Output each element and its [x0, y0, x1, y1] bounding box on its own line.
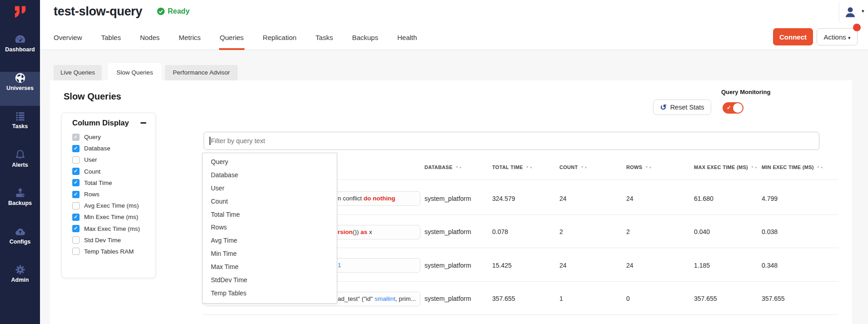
column-option-user[interactable]: User [72, 154, 140, 165]
dropdown-item-user[interactable]: User [203, 182, 337, 195]
sidebar-item-universes[interactable]: Universes [0, 72, 40, 106]
column-header-database[interactable]: DATABASE▼▲ [424, 164, 463, 170]
cell-rows: 2 [626, 228, 630, 235]
subtab-slow-queries[interactable]: Slow Queries [108, 63, 161, 81]
sidebar: DashboardUniversesTasksAlertsBackupsConf… [0, 0, 40, 324]
reset-stats-button[interactable]: ↺ Reset Stats [653, 100, 711, 115]
sidebar-item-admin[interactable]: Admin [0, 264, 40, 298]
cell-database: system_platform [424, 295, 471, 302]
query-snippet-text: rsion()) as x [338, 229, 372, 235]
query-segment: , prim... [395, 295, 416, 302]
sort-icon[interactable]: ▼▲ [645, 165, 652, 169]
query-monitoring-label: Query Monitoring [721, 89, 770, 95]
column-header-label: TOTAL TIME [492, 164, 523, 170]
dropdown-item-temp-tables[interactable]: Temp Tables [203, 287, 337, 300]
column-header-total-time[interactable]: TOTAL TIME▼▲ [492, 164, 533, 170]
nav-tab-health[interactable]: Health [397, 26, 417, 50]
sort-icon[interactable]: ▼▲ [526, 165, 533, 169]
dropdown-item-database[interactable]: Database [203, 169, 337, 182]
reset-icon: ↺ [660, 104, 666, 111]
table-row[interactable]: rsion()) as xsystem_platform0.078220.040… [50, 215, 852, 249]
cell-max_exec_time: 357.655 [694, 295, 717, 302]
column-header-label: MIN EXEC TIME (MS) [762, 164, 814, 170]
nav-tab-backups[interactable]: Backups [352, 26, 379, 50]
nav-tabs: OverviewTablesNodesMetricsQueriesReplica… [54, 26, 417, 50]
checkbox-database[interactable] [72, 145, 80, 152]
cell-min_exec_time: 357.655 [762, 295, 785, 302]
nav-tab-overview[interactable]: Overview [54, 26, 82, 50]
dropdown-item-avg-time[interactable]: Avg Time [203, 234, 337, 247]
cell-total_time: 0.078 [492, 228, 508, 235]
cell-database: system_platform [424, 195, 471, 202]
sort-icon[interactable]: ▼▲ [751, 165, 758, 169]
filter-field-dropdown: QueryDatabaseUserCountTotal TimeRowsAvg … [202, 153, 337, 304]
sidebar-item-label: Alerts [0, 162, 40, 168]
sidebar-item-label: Tasks [0, 123, 40, 130]
user-profile-icon[interactable] [843, 5, 857, 19]
page-title: Slow Queries [64, 91, 121, 102]
sidebar-item-configs[interactable]: Configs [0, 225, 40, 260]
column-option-database[interactable]: Database [72, 143, 140, 154]
table-row[interactable]: 1system_platform15.42524241.1850.348 [50, 249, 852, 283]
app-screen: DashboardUniversesTasksAlertsBackupsConf… [0, 0, 868, 324]
sidebar-item-tasks[interactable]: Tasks [0, 110, 40, 145]
dropdown-item-rows[interactable]: Rows [203, 221, 337, 234]
nav-tab-metrics[interactable]: Metrics [179, 26, 200, 50]
column-option-label: User [84, 156, 97, 163]
cell-rows: 24 [626, 195, 634, 202]
cell-max_exec_time: 1.185 [694, 262, 710, 269]
actions-button[interactable]: Actions ▾ [817, 28, 858, 45]
top-header: test-slow-query Ready ▾ [40, 0, 868, 26]
cell-count: 24 [559, 195, 567, 202]
dropdown-item-min-time[interactable]: Min Time [203, 247, 337, 260]
sidebar-item-backups[interactable]: Backups [0, 187, 40, 221]
connect-button[interactable]: Connect [773, 28, 813, 45]
nav-tab-queries[interactable]: Queries [220, 26, 244, 50]
column-header-min-exec-time-ms[interactable]: MIN EXEC TIME (MS)▼▲ [762, 164, 824, 170]
sidebar-item-dashboard[interactable]: Dashboard [0, 33, 40, 68]
sort-icon[interactable]: ▼▲ [455, 165, 463, 169]
column-option-label: Query [84, 134, 101, 140]
check-circle-icon [157, 7, 165, 15]
universes-icon [14, 72, 26, 84]
query-monitoring-toggle[interactable]: ✓ [723, 102, 743, 114]
status-badge: Ready [157, 7, 190, 15]
sidebar-item-alerts[interactable]: Alerts [0, 149, 40, 183]
dropdown-item-count[interactable]: Count [203, 195, 337, 208]
nav-tab-replication[interactable]: Replication [263, 26, 296, 50]
column-header-count[interactable]: COUNT▼▲ [559, 164, 588, 170]
sidebar-item-label: Configs [0, 239, 40, 245]
sort-icon[interactable]: ▼▲ [817, 165, 824, 169]
dropdown-item-stddev-time[interactable]: StdDev Time [203, 274, 337, 287]
cell-total_time: 324.579 [492, 195, 515, 202]
table-row[interactable]: ad_test" ("id" smallint, prim...system_p… [50, 282, 852, 316]
collapse-minus-icon[interactable] [140, 122, 146, 124]
yugabyte-logo-icon[interactable] [11, 4, 29, 22]
nav-tab-tables[interactable]: Tables [101, 26, 121, 50]
query-segment: ad_test" ("id" [338, 295, 374, 302]
user-menu-caret-icon[interactable]: ▾ [862, 8, 864, 14]
nav-tab-nodes[interactable]: Nodes [140, 26, 160, 50]
query-filter-input[interactable] [204, 132, 819, 150]
query-segment: n conflict [338, 195, 364, 202]
cell-min_exec_time: 0.348 [762, 262, 778, 269]
column-header-max-exec-time-ms[interactable]: MAX EXEC TIME (MS)▼▲ [694, 164, 758, 170]
backups-icon [14, 187, 26, 199]
cell-rows: 24 [626, 262, 634, 269]
toggle-check-icon: ✓ [727, 105, 731, 111]
column-option-query[interactable]: Query [72, 131, 140, 143]
toggle-knob [733, 103, 743, 113]
dropdown-item-query[interactable]: Query [203, 155, 337, 169]
checkbox-user[interactable] [72, 156, 80, 164]
dropdown-item-total-time[interactable]: Total Time [203, 208, 337, 221]
table-row[interactable]: n conflict do nothingsystem_platform324.… [50, 182, 852, 216]
sort-icon[interactable]: ▼▲ [581, 165, 588, 169]
column-header-label: DATABASE [424, 164, 453, 170]
cell-max_exec_time: 61.680 [694, 195, 713, 202]
dropdown-item-max-time[interactable]: Max Time [203, 260, 337, 274]
subtab-performance-advisor[interactable]: Performance Advisor [165, 65, 238, 80]
cell-count: 2 [559, 228, 563, 235]
column-header-rows[interactable]: ROWS▼▲ [626, 164, 652, 170]
subtab-live-queries[interactable]: Live Queries [54, 65, 102, 80]
nav-tab-tasks[interactable]: Tasks [315, 26, 333, 50]
